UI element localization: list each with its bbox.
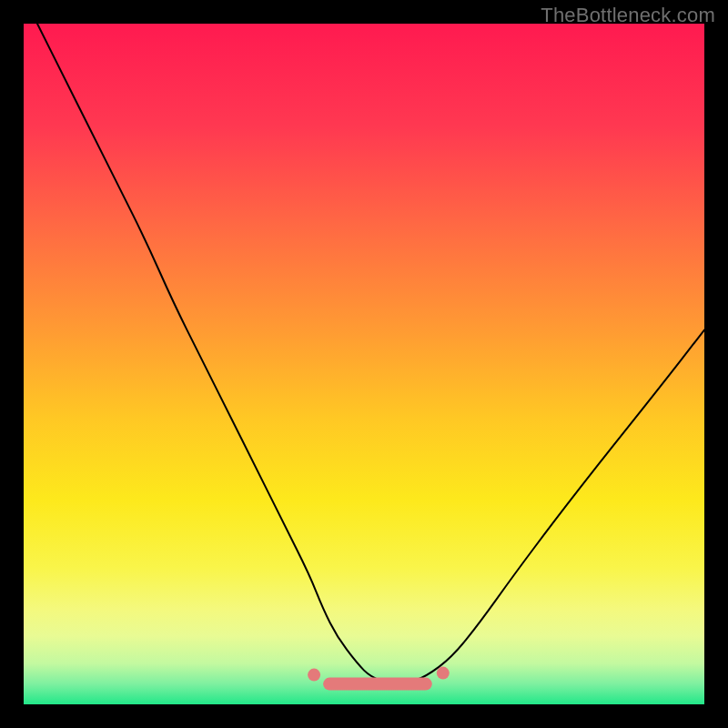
- chart-frame: TheBottleneck.com: [0, 0, 728, 728]
- gradient-background: [24, 24, 704, 704]
- marker-band: [323, 678, 432, 691]
- plot-area: [24, 24, 704, 704]
- watermark-text: TheBottleneck.com: [541, 4, 715, 27]
- marker-dot: [308, 669, 320, 682]
- marker-dot: [437, 667, 450, 680]
- chart-svg: [24, 24, 704, 704]
